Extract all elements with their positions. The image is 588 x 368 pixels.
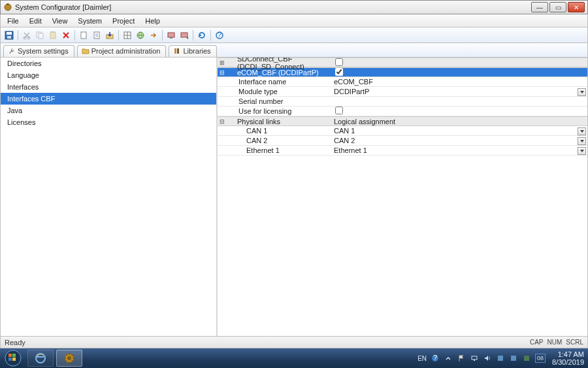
svg-rect-37 xyxy=(524,356,529,361)
status-scrl: SCRL xyxy=(566,339,583,346)
sdconnect-checkbox[interactable] xyxy=(335,58,343,66)
grid-row-sdconnect[interactable]: ⊞ SDConnect_CBF (DCDI_SD_Connect) xyxy=(218,58,587,67)
status-cap: CAP xyxy=(530,339,544,346)
tree-item-interfaces-cbf[interactable]: Interfaces CBF xyxy=(1,93,216,105)
refresh-icon[interactable] xyxy=(196,29,208,41)
ecom-checkbox[interactable] xyxy=(335,68,343,76)
menu-system[interactable]: System xyxy=(73,16,107,26)
prop-value[interactable]: Ethernet 1 xyxy=(331,146,587,154)
help-tray-icon[interactable]: ? xyxy=(431,354,440,363)
paste-icon[interactable] xyxy=(47,29,59,41)
grid-row-can1: CAN 1 CAN 1 xyxy=(218,126,587,136)
tab-project-administration[interactable]: Project administration xyxy=(77,45,167,57)
dropdown-icon[interactable] xyxy=(578,137,586,145)
menu-view[interactable]: View xyxy=(47,16,73,26)
system-tray: EN ? 08 1:47 AM 8/30/2019 xyxy=(417,350,587,366)
tree-item-java[interactable]: Java xyxy=(1,105,216,116)
prop-label: CAN 1 xyxy=(227,127,331,135)
can2-value: CAN 2 xyxy=(334,137,355,144)
svg-rect-33 xyxy=(472,356,477,360)
tree-item-licenses[interactable]: Licenses xyxy=(1,116,216,128)
svg-rect-22 xyxy=(177,48,179,54)
help-icon[interactable]: ? xyxy=(214,29,225,41)
status-bar: Ready CAP NUM SCRL xyxy=(0,337,588,348)
chevron-up-icon[interactable] xyxy=(444,354,453,363)
grid-row-serial-number: Serial number xyxy=(218,97,587,107)
svg-rect-4 xyxy=(7,36,11,39)
prop-value xyxy=(331,107,587,116)
menu-help[interactable]: Help xyxy=(140,16,165,26)
svg-rect-17 xyxy=(170,37,172,39)
svg-rect-16 xyxy=(168,33,174,37)
prop-label: Use for licensing xyxy=(227,107,331,115)
tab-system-settings[interactable]: System settings xyxy=(3,45,74,57)
maximize-button[interactable]: ▭ xyxy=(549,2,566,12)
collapse-icon[interactable]: ⊟ xyxy=(218,117,227,126)
separator xyxy=(210,30,211,41)
tab-label: System settings xyxy=(18,47,69,55)
svg-rect-9 xyxy=(50,32,56,39)
save-icon[interactable] xyxy=(3,29,15,41)
cut-icon[interactable] xyxy=(21,29,33,41)
tray-icon-1[interactable] xyxy=(496,354,505,363)
tab-libraries[interactable]: Libraries xyxy=(169,45,216,57)
table-icon[interactable] xyxy=(122,29,133,41)
svg-rect-10 xyxy=(52,31,54,33)
navigation-tree: Directories Language Interfaces Interfac… xyxy=(1,58,218,336)
prop-label: Interface name xyxy=(227,78,331,86)
arrow-right-icon[interactable] xyxy=(148,29,159,41)
tree-item-directories[interactable]: Directories xyxy=(1,58,216,69)
status-text: Ready xyxy=(5,339,25,346)
taskbar-system-configurator[interactable] xyxy=(56,350,82,367)
menu-edit[interactable]: Edit xyxy=(24,16,47,26)
menu-project[interactable]: Project xyxy=(107,16,140,26)
property-grid: ⊞ SDConnect_CBF (DCDI_SD_Connect) ⊟ eCOM… xyxy=(218,58,587,336)
grid-row-use-for-licensing: Use for licensing xyxy=(218,107,587,116)
network-icon[interactable] xyxy=(470,354,479,363)
globe-icon[interactable] xyxy=(135,29,146,41)
taskbar-ie[interactable] xyxy=(27,350,54,367)
prop-value[interactable]: CAN 2 xyxy=(331,137,587,144)
licensing-checkbox[interactable] xyxy=(335,107,343,114)
window-title: System Configurator [Daimler] xyxy=(15,3,531,11)
start-button[interactable] xyxy=(1,349,25,367)
tray-number[interactable]: 08 xyxy=(535,354,546,363)
tray-icon-2[interactable] xyxy=(509,354,518,363)
tab-label: Libraries xyxy=(183,47,210,55)
dropdown-icon[interactable] xyxy=(578,88,586,96)
close-button[interactable]: ✕ xyxy=(568,2,585,12)
tree-item-interfaces[interactable]: Interfaces xyxy=(1,81,216,93)
grid-name: eCOM_CBF (DCDIPartP) xyxy=(227,69,331,76)
grid-row-interface-name: Interface name eCOM_CBF xyxy=(218,77,587,87)
tree-item-language[interactable]: Language xyxy=(1,69,216,81)
taskbar-clock[interactable]: 1:47 AM 8/30/2019 xyxy=(552,350,584,366)
svg-rect-21 xyxy=(174,48,176,54)
screen-add-icon[interactable] xyxy=(178,29,190,41)
dropdown-icon[interactable] xyxy=(578,147,586,155)
collapse-icon[interactable]: ⊟ xyxy=(218,68,227,77)
window-titlebar: System Configurator [Daimler] — ▭ ✕ xyxy=(0,0,588,14)
prop-value[interactable]: CAN 1 xyxy=(331,127,587,135)
screen-icon[interactable] xyxy=(165,29,177,41)
export-icon[interactable] xyxy=(104,29,116,41)
language-indicator[interactable]: EN xyxy=(417,355,427,362)
flag-icon[interactable] xyxy=(457,354,466,363)
wrench-icon xyxy=(8,47,16,55)
menu-file[interactable]: File xyxy=(2,16,24,26)
prop-value[interactable]: DCDIPartP xyxy=(331,88,587,95)
volume-icon[interactable] xyxy=(483,354,492,363)
tray-icon-3[interactable] xyxy=(522,354,531,363)
dropdown-icon[interactable] xyxy=(578,127,586,135)
expand-icon[interactable]: ⊞ xyxy=(218,58,227,67)
window-buttons: — ▭ ✕ xyxy=(531,2,585,12)
grid-row-physical-links[interactable]: ⊟ Physical links Logical assignment xyxy=(218,116,587,126)
delete-icon[interactable] xyxy=(60,29,72,41)
prop-value[interactable]: eCOM_CBF xyxy=(331,78,587,86)
new-doc-icon[interactable] xyxy=(78,29,90,41)
minimize-button[interactable]: — xyxy=(531,2,548,12)
copy-icon[interactable] xyxy=(34,29,46,41)
open-doc-icon[interactable] xyxy=(91,29,103,41)
grid-row-ecom[interactable]: ⊟ eCOM_CBF (DCDIPartP) xyxy=(218,67,587,77)
physical-header-right: Logical assignment xyxy=(331,118,587,125)
app-icon xyxy=(3,3,12,12)
